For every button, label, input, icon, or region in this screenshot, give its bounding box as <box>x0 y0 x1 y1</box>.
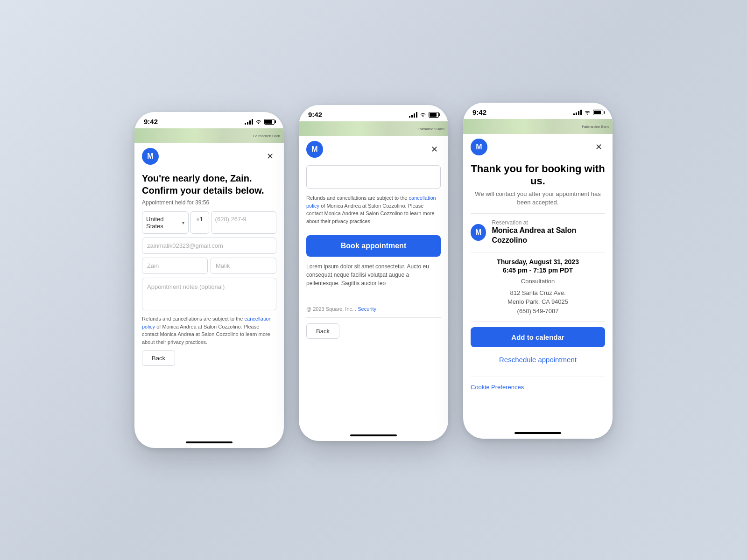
reservation-row: M Reservation at Monica Andrea at Salon … <box>471 219 605 245</box>
signal-bars-3 <box>573 110 582 115</box>
status-time-3: 9:42 <box>472 108 486 116</box>
chevron-down-icon: ▾ <box>182 220 184 225</box>
avatar-1: M <box>142 148 159 165</box>
policy-suffix-2: of Monica Andrea at Salon Cozzolino. Ple… <box>306 203 435 224</box>
book-appointment-button[interactable]: Book appointment <box>306 235 441 257</box>
avatar-reservation: M <box>471 224 486 241</box>
appointment-date: Thursday, August 31, 2023 <box>471 258 605 266</box>
close-button-2[interactable]: ✕ <box>428 143 441 156</box>
country-select[interactable]: United States ▾ <box>142 211 189 234</box>
map-strip-1 <box>134 128 284 143</box>
policy-prefix-1: Refunds and cancellations are subject to… <box>142 316 245 322</box>
screen-content-3: Thank you for booking with us. We will c… <box>463 158 613 427</box>
status-icons-3 <box>573 110 603 115</box>
status-icons-1 <box>245 119 275 125</box>
status-time-1: 9:42 <box>144 118 158 126</box>
phone-number-field[interactable]: (628) 267-9 <box>211 211 276 234</box>
last-name-field[interactable]: Malik <box>211 258 276 274</box>
home-bar-1 <box>186 441 233 443</box>
appointment-service: Consultation <box>471 278 605 285</box>
confirm-title: You're nearly done, Zain.Confirm your de… <box>142 172 276 196</box>
phone-header-3: M ✕ <box>463 134 613 158</box>
appointment-timer: Appointment held for 39:56 <box>142 199 276 206</box>
first-name-field[interactable]: Zain <box>142 258 208 274</box>
appointment-address: 812 Santa Cruz Ave. Menlo Park, CA 94025… <box>471 288 605 316</box>
battery-icon-3 <box>593 110 603 115</box>
signal-bars-1 <box>245 119 253 125</box>
map-strip-2 <box>299 121 448 136</box>
email-field[interactable]: zainmalik02323@gmail.com <box>142 238 276 254</box>
phone-header-1: M ✕ <box>134 143 284 168</box>
home-indicator-1 <box>134 437 284 448</box>
wifi-icon-3 <box>584 110 591 115</box>
battery-icon-1 <box>264 119 275 125</box>
phone-input-group: United States ▾ +1 (628) 267-9 <box>142 211 276 234</box>
wifi-icon-2 <box>420 112 426 117</box>
notes-placeholder: Appointment notes (optional) <box>147 282 225 291</box>
screen-content-1: You're nearly done, Zain.Confirm your de… <box>134 168 284 437</box>
divider-3c <box>471 321 605 322</box>
divider-3b <box>471 252 605 252</box>
close-button-1[interactable]: ✕ <box>263 150 276 163</box>
home-indicator-3 <box>463 427 613 439</box>
footer-prefix: @ 2023 Square, Inc. . <box>306 306 358 312</box>
home-bar-2 <box>350 434 397 436</box>
status-time-2: 9:42 <box>308 111 322 119</box>
status-bar-2: 9:42 <box>299 105 448 121</box>
cookie-preferences-link[interactable]: Cookie Preferences <box>471 384 524 391</box>
status-bar-1: 9:42 <box>134 112 284 128</box>
thank-you-title: Thank you for booking with us. <box>471 163 605 187</box>
screen-content-2: Refunds and cancellations are subject to… <box>299 161 448 430</box>
divider-3d <box>471 377 605 377</box>
thank-you-subtitle: We will contact you after your appointme… <box>471 190 605 207</box>
avatar-2: M <box>306 141 323 158</box>
appointment-details: Thursday, August 31, 2023 6:45 pm - 7:15… <box>471 258 605 316</box>
reservation-info: Reservation at Monica Andrea at Salon Co… <box>492 219 605 245</box>
phone-frame-1: 9:42 M ✕ You're nearly done, Zain.Confir… <box>134 112 284 448</box>
address-line-1: 812 Santa Cruz Ave. <box>471 288 605 298</box>
country-value: United States <box>146 216 180 230</box>
footer-text: @ 2023 Square, Inc. . Security <box>306 302 441 312</box>
phone-header-2: M ✕ <box>299 136 448 161</box>
country-code: +1 <box>190 211 209 234</box>
signal-bars-2 <box>409 112 417 118</box>
lorem-text: Lorem ipsum dolor sit amet consectetur. … <box>306 262 441 287</box>
avatar-3: M <box>471 139 487 155</box>
status-icons-2 <box>409 112 439 118</box>
text-input-box[interactable] <box>306 165 441 189</box>
add-to-calendar-button[interactable]: Add to calendar <box>471 327 605 347</box>
status-bar-3: 9:42 <box>463 103 613 119</box>
security-link[interactable]: Security <box>358 306 376 312</box>
policy-prefix-2: Refunds and cancellations are subject to… <box>306 195 409 201</box>
policy-text-1: Refunds and cancellations are subject to… <box>142 315 276 346</box>
address-phone: (650) 549-7087 <box>471 307 605 316</box>
home-indicator-2 <box>299 430 448 441</box>
reschedule-button[interactable]: Reschedule appointment <box>471 352 605 367</box>
map-strip-3 <box>463 119 613 134</box>
phone-frame-3: 9:42 M ✕ Thank you for booking with us. … <box>463 103 613 439</box>
back-button-1[interactable]: Back <box>142 350 175 366</box>
appointment-time: 6:45 pm - 7:15 pm PDT <box>471 266 605 274</box>
back-button-2[interactable]: Back <box>306 323 339 339</box>
battery-icon-2 <box>429 112 439 118</box>
divider-3a <box>471 213 605 214</box>
address-line-2: Menlo Park, CA 94025 <box>471 297 605 307</box>
home-bar-3 <box>514 432 561 434</box>
salon-name: Monica Andrea at Salon Cozzolino <box>492 226 605 245</box>
close-button-3[interactable]: ✕ <box>592 140 605 154</box>
phone-frame-2: 9:42 M ✕ Refunds and cancellations are s… <box>299 105 448 441</box>
policy-suffix-1: of Monica Andrea at Salon Cozzolino. Ple… <box>142 324 270 345</box>
name-row: Zain Malik <box>142 258 276 274</box>
wifi-icon-1 <box>255 119 262 124</box>
policy-text-2: Refunds and cancellations are subject to… <box>306 194 441 225</box>
divider-2 <box>306 317 441 318</box>
reservation-at-label: Reservation at <box>492 219 605 226</box>
notes-field[interactable]: Appointment notes (optional) <box>142 278 276 310</box>
